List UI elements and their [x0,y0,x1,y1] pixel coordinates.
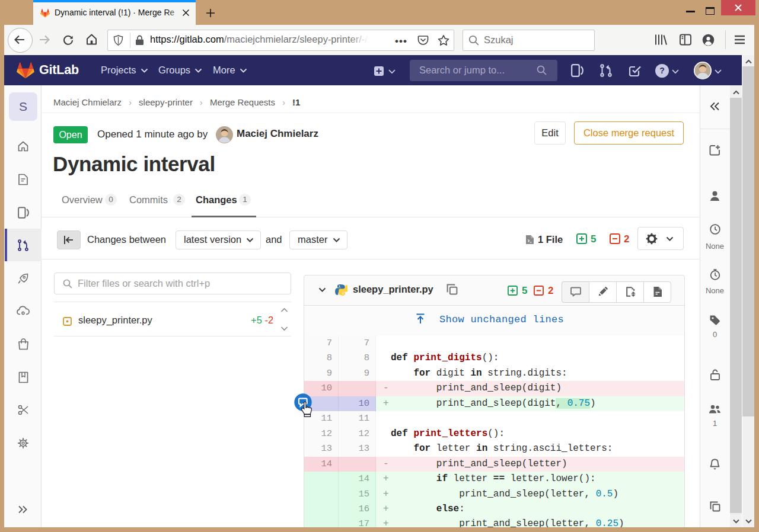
svg-text:?: ? [659,66,665,75]
